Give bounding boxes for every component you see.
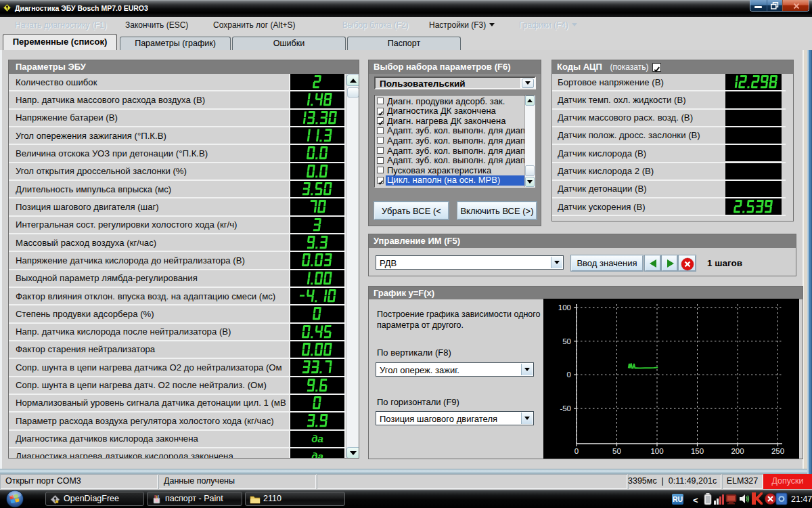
svg-text:100: 100: [650, 447, 663, 455]
svg-text:50: 50: [612, 447, 621, 455]
svg-text:50: 50: [562, 337, 571, 345]
svg-text:150: 150: [691, 447, 704, 455]
svg-text:100: 100: [558, 303, 571, 312]
svg-text:250: 250: [771, 447, 784, 455]
svg-text:200: 200: [731, 447, 744, 455]
svg-text:-50: -50: [560, 404, 571, 412]
svg-text:0: 0: [574, 447, 579, 455]
svg-text:0: 0: [567, 371, 571, 379]
